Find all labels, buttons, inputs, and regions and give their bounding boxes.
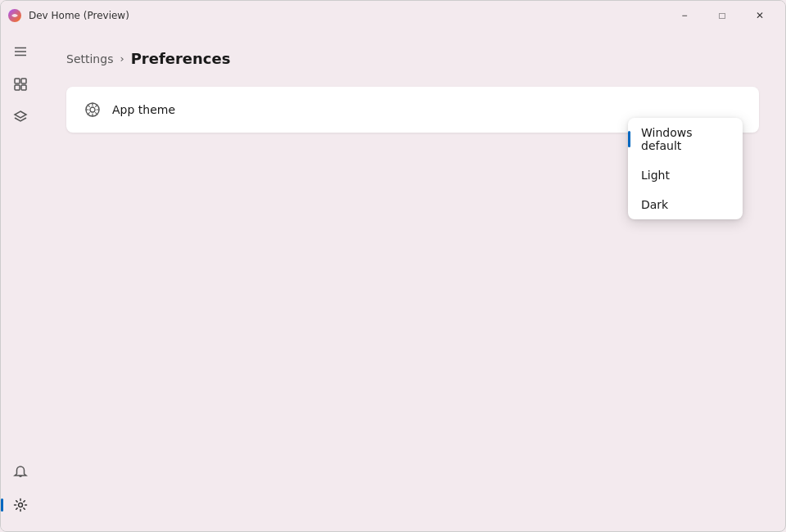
settings-card: App theme Windows default Light Dark	[66, 87, 759, 133]
titlebar: Dev Home (Preview) − □ ✕	[1, 1, 785, 30]
breadcrumb: Settings › Preferences	[66, 50, 759, 67]
breadcrumb-chevron: ›	[120, 52, 124, 65]
theme-icon	[84, 101, 101, 118]
sidebar	[1, 30, 40, 532]
svg-rect-7	[21, 85, 26, 90]
sidebar-item-layers[interactable]	[6, 102, 35, 132]
sidebar-bottom	[6, 458, 35, 526]
dropdown-option-light[interactable]: Light	[628, 160, 743, 190]
gear-icon	[13, 498, 28, 512]
bell-icon	[13, 465, 28, 480]
dropdown-option-dark[interactable]: Dark	[628, 190, 743, 219]
app-layout: Settings › Preferences App theme	[1, 30, 785, 532]
svg-rect-6	[15, 85, 20, 90]
minimize-button[interactable]: −	[666, 2, 703, 29]
titlebar-controls: − □ ✕	[666, 2, 779, 29]
breadcrumb-current: Preferences	[131, 50, 231, 67]
dropdown-option-windows-default[interactable]: Windows default	[628, 118, 743, 160]
svg-point-11	[90, 107, 95, 112]
theme-icon-container	[83, 100, 102, 119]
app-theme-label: App theme	[112, 103, 733, 116]
svg-point-9	[19, 503, 23, 507]
main-content: Settings › Preferences App theme	[40, 30, 785, 532]
app-icon	[7, 8, 22, 23]
sidebar-item-notifications[interactable]	[6, 458, 35, 487]
titlebar-title: Dev Home (Preview)	[29, 10, 129, 21]
theme-dropdown-popup: Windows default Light Dark	[628, 118, 743, 219]
maximize-button[interactable]: □	[703, 2, 741, 29]
layers-icon	[13, 110, 28, 124]
sidebar-top	[6, 37, 35, 454]
close-button[interactable]: ✕	[741, 2, 779, 29]
sidebar-item-settings[interactable]	[6, 490, 35, 520]
svg-rect-5	[21, 79, 26, 83]
svg-marker-8	[15, 111, 26, 118]
svg-rect-4	[15, 79, 20, 83]
sidebar-item-dashboard[interactable]	[6, 70, 35, 99]
menu-icon	[13, 44, 28, 59]
sidebar-item-menu[interactable]	[6, 37, 35, 66]
titlebar-left: Dev Home (Preview)	[7, 8, 129, 23]
breadcrumb-parent[interactable]: Settings	[66, 52, 113, 65]
app-theme-row: App theme Windows default Light Dark	[66, 87, 759, 133]
grid-icon	[13, 77, 28, 92]
